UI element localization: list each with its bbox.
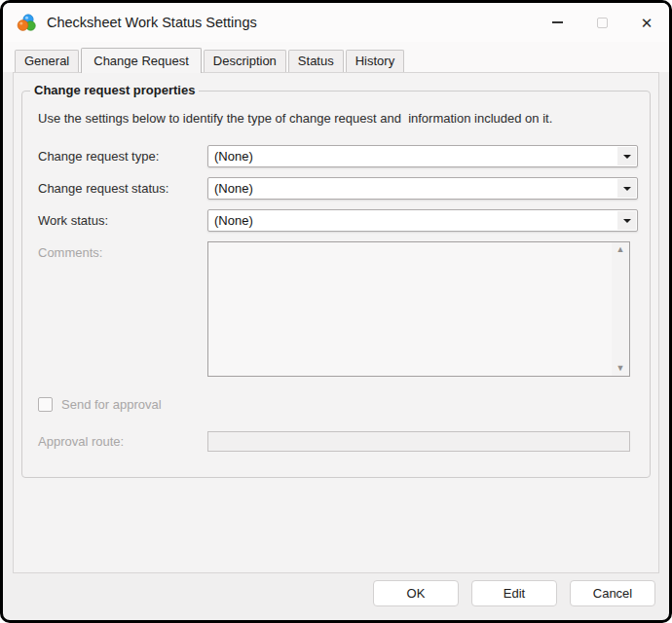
change-request-tab-page: Change request properties Use the settin… — [13, 72, 659, 573]
minimize-icon — [552, 21, 563, 23]
field-row-change-request-status: Change request status: (None) — [38, 177, 638, 200]
work-status-label: Work status: — [38, 213, 207, 228]
send-for-approval-checkbox — [38, 397, 53, 412]
tab-history[interactable]: History — [346, 50, 404, 72]
scroll-up-icon[interactable]: ▲ — [616, 245, 625, 254]
send-for-approval-label: Send for approval — [61, 397, 162, 412]
tab-strip: General Change Request Description Statu… — [3, 42, 669, 72]
send-for-approval-row: Send for approval — [38, 397, 638, 412]
dropdown-button[interactable] — [617, 179, 636, 198]
dialog-window: Checksheet Work Status Settings ✕ Genera… — [0, 0, 672, 623]
comments-scrollbar[interactable]: ▲ ▼ — [612, 242, 629, 376]
change-request-type-label: Change request type: — [38, 149, 207, 164]
window-controls: ✕ — [535, 3, 669, 42]
title-bar: Checksheet Work Status Settings ✕ — [3, 3, 669, 42]
window-title: Checksheet Work Status Settings — [47, 15, 257, 30]
button-bar: OK Edit Cancel — [3, 573, 669, 620]
close-icon: ✕ — [641, 16, 653, 30]
dropdown-button[interactable] — [617, 211, 636, 230]
work-status-dropdown[interactable]: (None) — [207, 209, 638, 232]
field-row-approval-route: Approval route: — [38, 431, 638, 452]
chevron-down-icon — [623, 187, 631, 191]
tab-change-request[interactable]: Change Request — [81, 48, 202, 73]
field-row-change-request-type: Change request type: (None) — [38, 145, 638, 167]
change-request-status-dropdown[interactable]: (None) — [207, 177, 638, 200]
maximize-icon — [597, 18, 608, 28]
change-request-type-dropdown[interactable]: (None) — [207, 145, 638, 167]
approval-route-input — [207, 431, 630, 452]
dropdown-button[interactable] — [617, 147, 636, 165]
approval-route-label: Approval route: — [38, 434, 207, 449]
edit-button[interactable]: Edit — [471, 580, 557, 606]
field-row-comments: Comments: ▲ ▼ — [38, 241, 638, 377]
scroll-down-icon[interactable]: ▼ — [616, 364, 625, 373]
comments-label: Comments: — [38, 241, 207, 260]
maximize-button[interactable] — [579, 3, 624, 42]
app-icon — [17, 13, 37, 33]
group-title: Change request properties — [30, 83, 199, 97]
cancel-button[interactable]: Cancel — [570, 580, 655, 606]
change-request-status-value: (None) — [214, 181, 253, 196]
comments-textarea: ▲ ▼ — [207, 241, 630, 377]
group-description: Use the settings below to identify the t… — [38, 111, 638, 126]
change-request-properties-group: Change request properties Use the settin… — [21, 91, 651, 478]
minimize-button[interactable] — [535, 3, 579, 42]
tab-description[interactable]: Description — [204, 50, 286, 72]
chevron-down-icon — [623, 155, 631, 159]
tab-general[interactable]: General — [15, 50, 79, 72]
tab-status[interactable]: Status — [288, 50, 344, 72]
change-request-type-value: (None) — [214, 149, 253, 164]
work-status-value: (None) — [214, 213, 253, 228]
ok-button[interactable]: OK — [373, 580, 459, 606]
field-row-work-status: Work status: (None) — [38, 209, 638, 232]
close-button[interactable]: ✕ — [624, 3, 669, 42]
chevron-down-icon — [623, 219, 631, 223]
change-request-status-label: Change request status: — [38, 181, 207, 196]
